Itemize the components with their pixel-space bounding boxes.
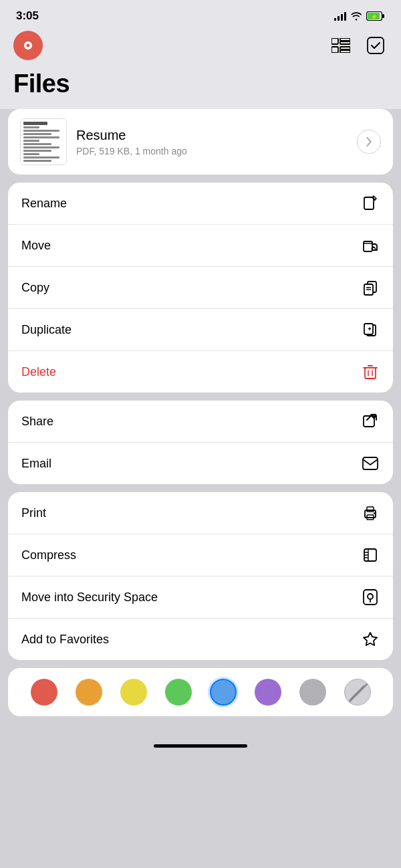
- status-time: 3:05: [16, 9, 39, 23]
- layout-icon: [331, 38, 350, 53]
- svg-line-43: [349, 683, 368, 702]
- copy-icon: [361, 278, 380, 297]
- select-button[interactable]: [364, 33, 388, 58]
- move-button[interactable]: Move: [8, 225, 393, 267]
- signal-icon: [334, 11, 346, 21]
- file-thumbnail: [20, 118, 67, 165]
- file-info-row: Resume PDF, 519 KB, 1 month ago: [8, 109, 393, 175]
- svg-text:⚡: ⚡: [371, 13, 378, 20]
- file-meta: PDF, 519 KB, 1 month ago: [76, 146, 348, 156]
- file-detail-button[interactable]: [357, 130, 381, 154]
- wifi-icon: [350, 11, 362, 21]
- logo-icon: [19, 37, 37, 54]
- compress-icon: [361, 546, 380, 564]
- email-button[interactable]: Email: [8, 443, 393, 484]
- duplicate-icon: [361, 320, 380, 339]
- svg-rect-2: [382, 14, 384, 18]
- file-name: Resume: [76, 128, 348, 143]
- status-bar: 3:05 ⚡: [0, 0, 401, 28]
- svg-rect-9: [331, 47, 338, 53]
- svg-rect-11: [340, 50, 350, 53]
- color-picker: [8, 668, 393, 716]
- copy-button[interactable]: Copy: [8, 267, 393, 309]
- header-actions: [329, 33, 388, 58]
- color-none[interactable]: [344, 679, 371, 706]
- security-icon: [361, 588, 380, 607]
- color-orange[interactable]: [76, 679, 102, 706]
- svg-point-5: [27, 44, 30, 47]
- favorites-icon: [361, 630, 380, 649]
- file-info-card: Resume PDF, 519 KB, 1 month ago: [8, 109, 393, 175]
- layout-button[interactable]: [329, 33, 353, 58]
- svg-rect-23: [365, 368, 376, 378]
- email-icon: [361, 454, 380, 473]
- color-red[interactable]: [31, 679, 57, 706]
- share-button[interactable]: Share: [8, 401, 393, 443]
- compress-button[interactable]: Compress: [8, 534, 393, 576]
- svg-point-40: [368, 594, 373, 599]
- svg-rect-13: [364, 197, 374, 209]
- svg-rect-12: [368, 37, 384, 53]
- security-space-button[interactable]: Move into Security Space: [8, 576, 393, 619]
- page-title-section: Files: [0, 67, 401, 109]
- home-indicator: [0, 738, 401, 752]
- home-bar: [154, 744, 247, 748]
- svg-rect-8: [340, 41, 350, 44]
- svg-rect-29: [363, 457, 378, 469]
- svg-point-33: [374, 512, 375, 514]
- rename-button[interactable]: Rename: [8, 183, 393, 225]
- color-yellow[interactable]: [120, 679, 147, 706]
- delete-button[interactable]: Delete: [8, 351, 393, 393]
- rename-icon: [361, 194, 380, 213]
- print-button[interactable]: Print: [8, 492, 393, 534]
- header: [0, 28, 401, 67]
- delete-icon: [361, 362, 380, 381]
- svg-rect-7: [340, 38, 350, 41]
- print-icon: [361, 504, 380, 522]
- action-group-1: Rename Move Copy: [8, 183, 393, 393]
- svg-marker-42: [364, 633, 377, 645]
- action-group-3: Print Compress: [8, 492, 393, 660]
- move-icon: [361, 236, 380, 255]
- main-content: Resume PDF, 519 KB, 1 month ago Rename: [0, 109, 401, 738]
- duplicate-button[interactable]: Duplicate: [8, 309, 393, 351]
- color-gray[interactable]: [299, 679, 326, 706]
- file-info-text: Resume PDF, 519 KB, 1 month ago: [76, 128, 348, 156]
- no-color-icon: [345, 679, 371, 706]
- check-square-icon: [367, 37, 384, 54]
- page-title: Files: [13, 70, 388, 98]
- color-blue[interactable]: [210, 679, 237, 706]
- svg-rect-10: [340, 47, 350, 49]
- action-group-2: Share Email: [8, 401, 393, 484]
- svg-rect-32: [367, 507, 374, 512]
- color-purple[interactable]: [255, 679, 281, 706]
- svg-rect-6: [331, 38, 338, 44]
- status-icons: ⚡: [334, 11, 385, 21]
- battery-icon: ⚡: [366, 11, 385, 21]
- favorites-button[interactable]: Add to Favorites: [8, 619, 393, 660]
- chevron-right-icon: [366, 136, 372, 147]
- app-logo: [13, 31, 43, 60]
- share-icon: [361, 412, 380, 431]
- color-green[interactable]: [165, 679, 192, 706]
